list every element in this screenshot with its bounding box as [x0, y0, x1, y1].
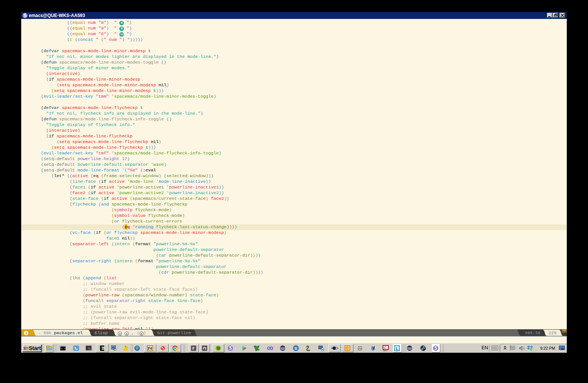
svg-text:IntelliJ: IntelliJ — [383, 350, 387, 352]
svg-text:C:\: C:\ — [61, 347, 65, 350]
svg-text:m: m — [257, 348, 260, 351]
svg-text:O: O — [346, 346, 349, 350]
svg-text:C: C — [384, 346, 387, 350]
svg-text:P4: P4 — [148, 346, 152, 350]
svg-text:#: # — [192, 346, 194, 350]
svg-text:R: R — [295, 346, 298, 350]
svg-text:L: L — [396, 346, 399, 351]
